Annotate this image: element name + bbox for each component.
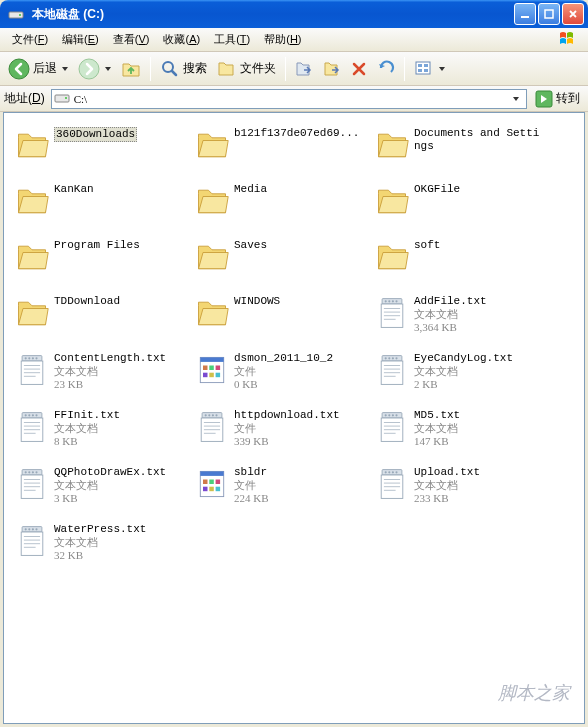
back-button[interactable]: 后退 — [4, 56, 72, 82]
minimize-button[interactable] — [514, 3, 536, 25]
file-item[interactable]: FFInit.txt 文本文档8 KB — [10, 405, 190, 450]
undo-icon — [377, 60, 395, 78]
address-input[interactable]: C:\ — [51, 89, 527, 109]
menu-tools[interactable]: 工具(T) — [208, 30, 256, 49]
folder-icon — [12, 181, 52, 221]
app-icon — [192, 350, 232, 390]
folder-icon — [372, 237, 412, 277]
file-size: 8 KB — [54, 435, 120, 448]
search-button[interactable]: 搜索 — [156, 57, 211, 81]
folder-item[interactable]: b121f137de07ed69... — [190, 123, 370, 167]
svg-rect-9 — [424, 64, 428, 67]
item-name: Documents and Settings — [414, 127, 544, 153]
folder-icon — [192, 293, 232, 333]
txt-icon — [372, 293, 412, 333]
file-item[interactable]: WaterPress.txt 文本文档32 KB — [10, 519, 190, 564]
menu-view[interactable]: 查看(V) — [107, 30, 156, 49]
delete-button[interactable] — [347, 59, 371, 79]
drive-icon — [54, 93, 70, 105]
folder-item[interactable]: 360Downloads — [10, 123, 190, 167]
copy-to-button[interactable] — [319, 58, 345, 80]
file-size: 233 KB — [414, 492, 480, 505]
maximize-button[interactable] — [538, 3, 560, 25]
folder-icon — [192, 181, 232, 221]
item-name: FFInit.txt — [54, 409, 120, 422]
file-item[interactable]: httpdownload.txt 文件339 KB — [190, 405, 370, 450]
undo-button[interactable] — [373, 58, 399, 80]
txt-icon — [192, 407, 232, 447]
item-name: Program Files — [54, 239, 140, 252]
up-button[interactable] — [117, 57, 145, 81]
app-icon — [192, 464, 232, 504]
file-kind: 文本文档 — [414, 422, 460, 435]
move-to-button[interactable] — [291, 58, 317, 80]
file-item[interactable]: dsmon_2011_10_2 文件0 KB — [190, 348, 370, 393]
go-button[interactable]: 转到 — [531, 88, 584, 110]
close-button[interactable] — [562, 3, 584, 25]
file-item[interactable]: MD5.txt 文本文档147 KB — [370, 405, 550, 450]
folder-item[interactable]: Saves — [190, 235, 370, 279]
window-title: 本地磁盘 (C:) — [32, 6, 514, 23]
file-item[interactable]: ContentLength.txt 文本文档23 KB — [10, 348, 190, 393]
txt-icon — [372, 350, 412, 390]
folder-item[interactable]: OKGFile — [370, 179, 550, 223]
folder-icon — [192, 237, 232, 277]
svg-rect-7 — [416, 62, 430, 74]
file-kind: 文本文档 — [414, 308, 487, 321]
item-name: AddFile.txt — [414, 295, 487, 308]
file-kind: 文本文档 — [54, 536, 146, 549]
file-item[interactable]: AddFile.txt 文本文档3,364 KB — [370, 291, 550, 336]
svg-point-5 — [79, 59, 99, 79]
folder-item[interactable]: Program Files — [10, 235, 190, 279]
forward-button[interactable] — [74, 56, 115, 82]
file-item[interactable]: sbldr 文件224 KB — [190, 462, 370, 507]
item-name: ContentLength.txt — [54, 352, 166, 365]
txt-icon — [12, 521, 52, 561]
folder-item[interactable]: WINDOWS — [190, 291, 370, 336]
file-size: 32 KB — [54, 549, 146, 562]
file-list-pane[interactable]: 360Downloads b121f137de07ed69... Documen… — [3, 112, 585, 724]
toolbar: 后退 搜索 文件夹 — [0, 52, 588, 86]
menu-edit[interactable]: 编辑(E) — [56, 30, 105, 49]
menu-file[interactable]: 文件(F) — [6, 30, 54, 49]
file-kind: 文件 — [234, 422, 340, 435]
titlebar: 本地磁盘 (C:) — [0, 0, 588, 28]
item-name: soft — [414, 239, 440, 252]
move-to-icon — [295, 60, 313, 78]
file-size: 224 KB — [234, 492, 269, 505]
menu-help[interactable]: 帮助(H) — [258, 30, 307, 49]
folder-icon — [12, 125, 52, 165]
item-name: MD5.txt — [414, 409, 460, 422]
svg-rect-8 — [418, 64, 422, 67]
folder-up-icon — [121, 59, 141, 79]
folder-item[interactable]: TDDownload — [10, 291, 190, 336]
folder-item[interactable]: Documents and Settings — [370, 123, 550, 167]
svg-rect-1 — [19, 14, 21, 16]
file-size: 147 KB — [414, 435, 460, 448]
txt-icon — [372, 407, 412, 447]
folder-item[interactable]: Media — [190, 179, 370, 223]
file-item[interactable]: EyeCandyLog.txt 文本文档2 KB — [370, 348, 550, 393]
folder-item[interactable]: soft — [370, 235, 550, 279]
folder-icon — [372, 125, 412, 165]
chevron-down-icon — [105, 67, 111, 71]
file-kind: 文本文档 — [54, 422, 120, 435]
address-bar: 地址(D) C:\ 转到 — [0, 86, 588, 112]
folders-icon — [217, 59, 237, 79]
forward-icon — [78, 58, 100, 80]
folder-icon — [192, 125, 232, 165]
file-item[interactable]: QQPhotoDrawEx.txt 文本文档3 KB — [10, 462, 190, 507]
file-kind: 文本文档 — [414, 365, 513, 378]
menu-favorites[interactable]: 收藏(A) — [157, 30, 206, 49]
folder-item[interactable]: KanKan — [10, 179, 190, 223]
txt-icon — [12, 464, 52, 504]
item-name: WaterPress.txt — [54, 523, 146, 536]
item-name: Saves — [234, 239, 267, 252]
file-kind: 文本文档 — [54, 365, 166, 378]
folders-button[interactable]: 文件夹 — [213, 57, 280, 81]
item-name: TDDownload — [54, 295, 120, 308]
file-kind: 文本文档 — [414, 479, 480, 492]
file-item[interactable]: Upload.txt 文本文档233 KB — [370, 462, 550, 507]
views-button[interactable] — [410, 57, 449, 81]
address-dropdown[interactable] — [508, 90, 524, 108]
